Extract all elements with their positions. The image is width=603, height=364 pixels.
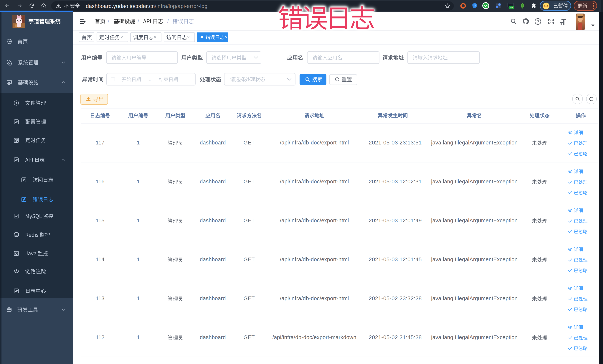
svg-text:on: on [510,7,512,9]
